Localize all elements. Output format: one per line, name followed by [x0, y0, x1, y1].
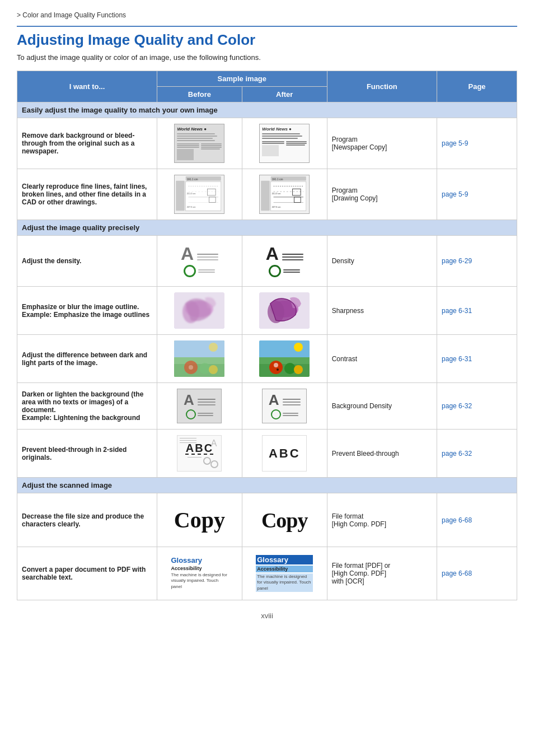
row-page: page 6-68 — [437, 493, 517, 547]
table-row: Clearly reproduce fine lines, faint line… — [17, 169, 517, 220]
row-before-newspaper: World News ● — [157, 118, 242, 169]
row-description: Prevent bleed-through in 2-sided origina… — [17, 430, 157, 478]
row-page: page 6-32 — [437, 383, 517, 430]
svg-point-48 — [274, 363, 278, 367]
row-function: Sharpness — [327, 287, 437, 335]
svg-point-46 — [284, 363, 296, 374]
row-before-density: A — [157, 236, 242, 287]
row-before-fileformat: Copy — [157, 493, 242, 547]
table-row: Remove dark background or bleed-through … — [17, 118, 517, 169]
row-page: page 6-29 — [437, 236, 517, 287]
row-function: Contrast — [327, 335, 437, 383]
table-row: Darken or lighten the background (the ar… — [17, 383, 517, 430]
svg-text:227.6 cm: 227.6 cm — [272, 206, 281, 208]
svg-point-47 — [294, 365, 303, 374]
svg-point-40 — [189, 365, 193, 370]
row-after-bleedthrough: ABC — [242, 430, 327, 478]
row-page: page 5-9 — [437, 118, 517, 169]
row-before-cad: 191.1 cm 211.0 cm 227. — [157, 169, 242, 220]
svg-point-38 — [199, 363, 210, 374]
col-header-function: Function — [327, 71, 437, 102]
row-page: page 6-31 — [437, 335, 517, 383]
row-after-cad: 191.1 cm 211.0 cm 227.6 cm — [242, 169, 327, 220]
row-before-contrast — [157, 335, 242, 383]
section-header-1: Easily adjust the image quality to match… — [17, 102, 517, 118]
row-before-bgdensity: A — [157, 383, 242, 430]
row-function: Program[Drawing Copy] — [327, 169, 437, 220]
row-function: Background Density — [327, 383, 437, 430]
row-after-ocr: Glossary Accessibility The machine is de… — [242, 547, 327, 600]
row-description: Adjust the density. — [17, 236, 157, 287]
row-after-contrast — [242, 335, 327, 383]
svg-text:227.6 cm: 227.6 cm — [187, 206, 196, 208]
svg-text:191.1 cm: 191.1 cm — [187, 178, 198, 181]
col-header-sample: Sample image — [157, 71, 327, 87]
row-after-newspaper: World News ● — [242, 118, 327, 169]
table-row: Convert a paper document to PDF with sea… — [17, 547, 517, 600]
row-after-fileformat: Copy — [242, 493, 327, 547]
svg-text:191.1 cm: 191.1 cm — [272, 178, 283, 181]
svg-point-35 — [209, 343, 218, 352]
row-description: Remove dark background or bleed-through … — [17, 118, 157, 169]
table-row: Emphasize or blur the image outline.Exam… — [17, 287, 517, 335]
col-header-after: After — [242, 87, 327, 102]
svg-point-44 — [294, 343, 303, 352]
row-description: Darken or lighten the background (the ar… — [17, 383, 157, 430]
row-before-bleedthrough: A ABC — [157, 430, 242, 478]
row-function: Program[Newspaper Copy] — [327, 118, 437, 169]
section-header-3: Adjust the scanned image — [17, 478, 517, 493]
page-title: Adjusting Image Quality and Color — [17, 31, 517, 49]
row-function: Density — [327, 236, 437, 287]
row-page: page 5-9 — [437, 169, 517, 220]
main-table: I want to... Sample image Function Page … — [17, 71, 517, 600]
table-row: Adjust the difference between dark and l… — [17, 335, 517, 383]
svg-text:211.0 cm: 211.0 cm — [272, 192, 281, 195]
row-function: File format[High Comp. PDF] — [327, 493, 437, 547]
table-row: Adjust the density. A — [17, 236, 517, 287]
page-subtitle: To adjust the image quality or color of … — [17, 53, 517, 62]
breadcrumb: > Color and Image Quality Functions — [17, 11, 517, 19]
svg-text:211.0 cm: 211.0 cm — [187, 192, 196, 195]
svg-rect-3 — [176, 181, 185, 211]
svg-point-39 — [209, 365, 218, 374]
col-header-page: Page — [437, 71, 517, 102]
table-row: Prevent bleed-through in 2-sided origina… — [17, 430, 517, 478]
section-header-2: Adjust the image quality precisely — [17, 220, 517, 236]
col-header-before: Before — [157, 87, 242, 102]
row-description: Decrease the file size and produce the c… — [17, 493, 157, 547]
svg-point-49 — [277, 368, 279, 371]
row-page: page 6-31 — [437, 287, 517, 335]
row-function: Prevent Bleed-through — [327, 430, 437, 478]
row-after-bgdensity: A — [242, 383, 327, 430]
row-function: File format [PDF] or[High Comp. PDF]with… — [327, 547, 437, 600]
page-footer: xviii — [17, 612, 517, 620]
row-after-sharpness — [242, 287, 327, 335]
row-before-sharpness — [157, 287, 242, 335]
table-row: Decrease the file size and produce the c… — [17, 493, 517, 547]
row-description: Clearly reproduce fine lines, faint line… — [17, 169, 157, 220]
row-page: page 6-32 — [437, 430, 517, 478]
row-description: Convert a paper document to PDF with sea… — [17, 547, 157, 600]
svg-rect-16 — [261, 181, 270, 211]
row-description: Emphasize or blur the image outline.Exam… — [17, 287, 157, 335]
row-description: Adjust the difference between dark and l… — [17, 335, 157, 383]
row-before-ocr: Glossary Accessibility The machine is de… — [157, 547, 242, 600]
svg-rect-43 — [259, 357, 310, 364]
col-header-iwantto: I want to... — [17, 71, 157, 102]
row-after-density: A — [242, 236, 327, 287]
row-page: page 6-68 — [437, 547, 517, 600]
